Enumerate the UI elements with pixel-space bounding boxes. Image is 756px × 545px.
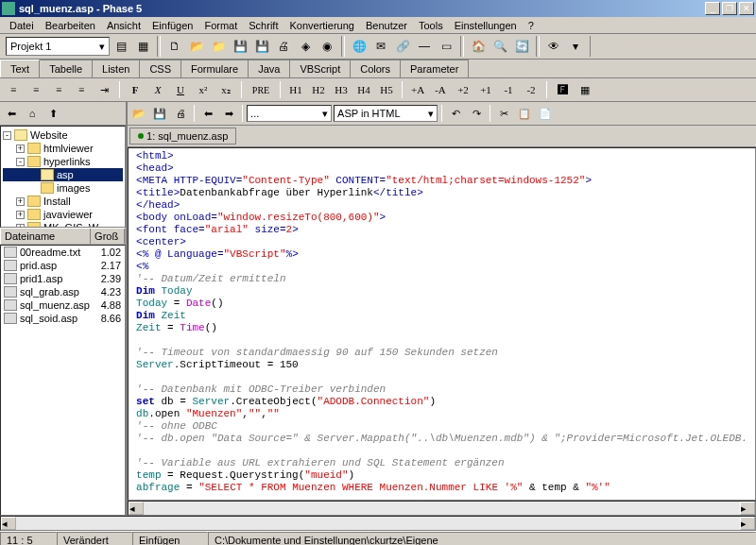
path-combo[interactable]: ...▾: [247, 105, 332, 122]
align-right-icon[interactable]: ≡: [49, 80, 68, 99]
file-tab-sql-muenz[interactable]: 1: sql_muenz.asp: [129, 128, 236, 145]
align-center-icon[interactable]: ≡: [26, 80, 45, 99]
chevron-down-icon[interactable]: ▾: [565, 36, 586, 57]
globe-icon[interactable]: 🌐: [349, 36, 369, 57]
preview-icon[interactable]: 👁: [543, 36, 564, 57]
ed-nav1-icon[interactable]: ⬅: [198, 104, 217, 123]
close-button[interactable]: ✕: [739, 2, 754, 15]
menu-benutzer[interactable]: Benutzer: [360, 18, 413, 33]
menu-help[interactable]: ?: [523, 18, 540, 33]
file-row[interactable]: 00readme.txt1.02: [1, 246, 125, 259]
project-btn1[interactable]: ▤: [111, 36, 131, 57]
file-row[interactable]: sql_grab.asp4.23: [1, 285, 125, 298]
col-groesse[interactable]: Groß: [91, 229, 125, 244]
ed-cut-icon[interactable]: ✂: [494, 104, 513, 123]
folder-tree[interactable]: -Website +htmlviewer-hyperlinksaspimages…: [0, 126, 126, 228]
scroll-right-icon[interactable]: ▸: [740, 502, 755, 515]
tree-home-icon[interactable]: ⌂: [23, 104, 42, 123]
search-icon[interactable]: 🔍: [490, 36, 510, 57]
lang-combo[interactable]: ASP in HTML▾: [334, 105, 438, 122]
tab-css[interactable]: CSS: [139, 60, 181, 77]
file-row[interactable]: sql_muenz.asp4.88: [1, 298, 125, 312]
ed-paste-icon[interactable]: 📄: [536, 104, 555, 123]
tool-icon-1[interactable]: ◈: [295, 36, 316, 57]
minus2-icon[interactable]: -2: [522, 80, 541, 99]
outer-h-scrollbar[interactable]: ◂ ▸: [0, 516, 756, 531]
menu-bearbeiten[interactable]: Bearbeiten: [40, 18, 101, 33]
scroll-left-icon[interactable]: ◂: [129, 502, 144, 515]
h4-button[interactable]: H4: [354, 80, 373, 99]
minus1-icon[interactable]: -1: [499, 80, 518, 99]
size-plus-icon[interactable]: +A: [408, 80, 427, 99]
pre-button[interactable]: PRE: [248, 80, 274, 99]
save-all-icon[interactable]: 💾: [251, 36, 272, 57]
mail-icon[interactable]: ✉: [370, 36, 391, 57]
menu-einfuegen[interactable]: Einfügen: [146, 18, 198, 33]
bold-button[interactable]: F: [126, 80, 145, 99]
open-folder-icon[interactable]: 📁: [208, 36, 229, 57]
tree-node[interactable]: -hyperlinks: [3, 155, 123, 168]
align-left-icon[interactable]: ≡: [4, 80, 23, 99]
project-btn2[interactable]: ▦: [132, 36, 153, 57]
tree-node[interactable]: asp: [3, 168, 123, 181]
size-minus-icon[interactable]: -A: [431, 80, 450, 99]
menu-format[interactable]: Format: [198, 18, 243, 33]
tree-node[interactable]: +htmlviewer: [3, 142, 123, 155]
open-file-icon[interactable]: 📂: [186, 36, 207, 57]
maximize-button[interactable]: ❐: [722, 2, 737, 15]
print-icon[interactable]: 🖨: [273, 36, 294, 57]
tab-colors[interactable]: Colors: [350, 60, 401, 77]
tab-parameter[interactable]: Parameter: [400, 60, 469, 77]
link-icon[interactable]: 🔗: [392, 36, 413, 57]
menu-einstellungen[interactable]: Einstellungen: [449, 18, 523, 33]
tab-tabelle[interactable]: Tabelle: [39, 60, 93, 77]
tab-vbscript[interactable]: VBScript: [289, 60, 351, 77]
tab-text[interactable]: Text: [0, 60, 40, 77]
font-icon[interactable]: 🅵: [553, 80, 572, 99]
tab-listen[interactable]: Listen: [92, 60, 140, 77]
sub-icon[interactable]: x₂: [216, 80, 235, 99]
indent-icon[interactable]: ⇥: [94, 80, 113, 99]
tree-node[interactable]: +javaviewer: [3, 208, 123, 221]
h2-button[interactable]: H2: [309, 80, 328, 99]
tool-icon-2[interactable]: ◉: [317, 36, 337, 57]
tab-java[interactable]: Java: [248, 60, 290, 77]
minimize-button[interactable]: _: [705, 2, 720, 15]
tree-back-icon[interactable]: ⬅: [2, 104, 21, 123]
ed-copy-icon[interactable]: 📋: [515, 104, 534, 123]
menu-datei[interactable]: Datei: [4, 18, 40, 33]
save-icon[interactable]: 💾: [230, 36, 250, 57]
menu-tools[interactable]: Tools: [413, 18, 449, 33]
tree-root[interactable]: -Website: [3, 128, 123, 142]
project-combo[interactable]: Projekt 1 ▾: [6, 37, 110, 56]
menu-ansicht[interactable]: Ansicht: [101, 18, 146, 33]
h3-button[interactable]: H3: [332, 80, 351, 99]
file-list[interactable]: 00readme.txt1.02prid.asp2.17prid1.asp2.3…: [0, 245, 126, 516]
code-editor[interactable]: <html><head><META HTTP-EQUIV="Content-Ty…: [128, 147, 756, 501]
file-row[interactable]: prid1.asp2.39: [1, 272, 125, 285]
tree-node[interactable]: +MK_GIS_W...: [3, 221, 123, 228]
scroll-right-icon[interactable]: ▸: [740, 517, 755, 530]
h5-button[interactable]: H5: [377, 80, 396, 99]
ed-open-icon[interactable]: 📂: [129, 104, 148, 123]
file-row[interactable]: prid.asp2.17: [1, 259, 125, 272]
h1-button[interactable]: H1: [286, 80, 305, 99]
menu-schrift[interactable]: Schrift: [243, 18, 284, 33]
tree-up-icon[interactable]: ⬆: [43, 104, 62, 123]
window-icon[interactable]: ▭: [436, 36, 456, 57]
col-dateiname[interactable]: Dateiname: [1, 229, 91, 244]
tab-formulare[interactable]: Formulare: [180, 60, 249, 77]
ed-redo-icon[interactable]: ↷: [467, 104, 486, 123]
tree-node[interactable]: images: [3, 181, 123, 195]
align-justify-icon[interactable]: ≡: [72, 80, 91, 99]
ed-nav2-icon[interactable]: ➡: [219, 104, 238, 123]
color-icon[interactable]: ▦: [576, 80, 594, 99]
file-row[interactable]: sql_soid.asp8.66: [1, 312, 125, 325]
italic-button[interactable]: X: [148, 80, 167, 99]
scroll-left-icon[interactable]: ◂: [1, 517, 16, 530]
menu-konvertierung[interactable]: Konvertierung: [284, 18, 360, 33]
h-scrollbar[interactable]: ◂ ▸: [128, 501, 756, 516]
home-icon[interactable]: 🏠: [468, 36, 489, 57]
ed-save-icon[interactable]: 💾: [150, 104, 169, 123]
tree-node[interactable]: +Install: [3, 195, 123, 208]
